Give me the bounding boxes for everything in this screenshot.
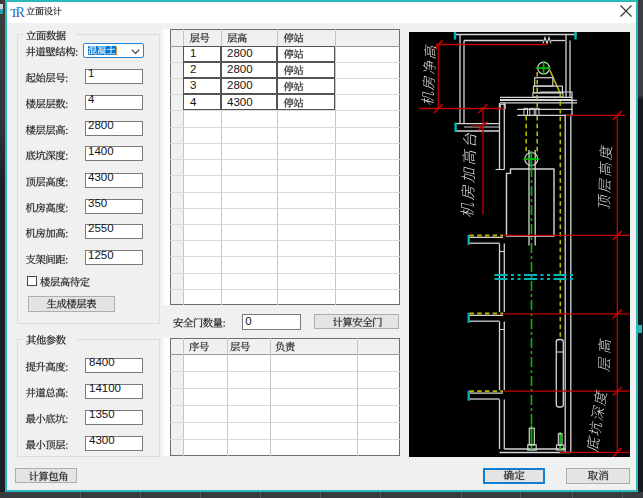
svg-text:R: R — [15, 5, 25, 19]
